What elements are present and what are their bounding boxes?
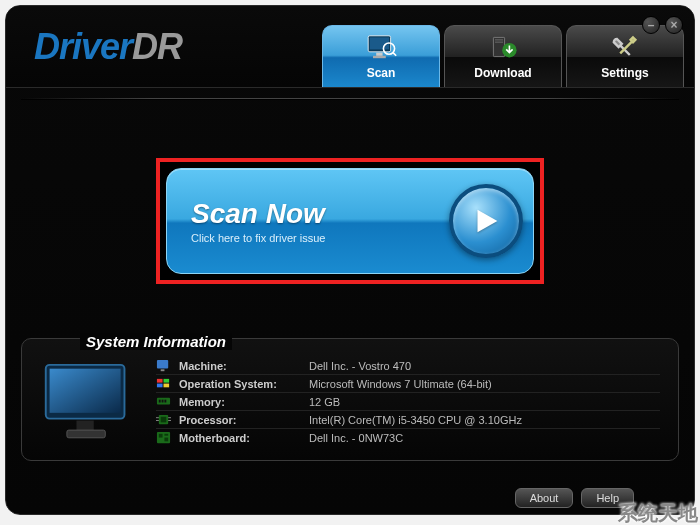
info-key: Memory: [179,396,309,408]
tab-label: Download [474,66,531,80]
minimize-button[interactable]: – [642,16,660,34]
scan-button-text: Scan Now Click here to fix driver issue [191,198,449,244]
separator [21,98,679,100]
machine-icon [156,359,171,372]
svg-rect-16 [157,379,163,383]
svg-rect-19 [164,384,170,388]
close-button[interactable]: × [665,16,683,34]
table-row: Processor: Intel(R) Core(TM) i5-3450 CPU… [156,410,660,428]
info-val: 12 GB [309,396,340,408]
svg-rect-7 [495,39,503,41]
download-tower-icon [487,33,519,64]
help-button[interactable]: Help [581,488,634,508]
settings-tools-icon [609,33,641,64]
scan-subtitle: Click here to fix driver issue [191,232,449,244]
tab-label: Settings [601,66,648,80]
info-val: Dell Inc. - Vostro 470 [309,360,411,372]
scan-now-button[interactable]: Scan Now Click here to fix driver issue [166,168,534,274]
info-val: Microsoft Windows 7 Ultimate (64-bit) [309,378,492,390]
footer-buttons: About Help [515,488,634,508]
info-val: Intel(R) Core(TM) i5-3450 CPU @ 3.10GHz [309,414,522,426]
sysinfo-table: Machine: Dell Inc. - Vostro 470 Operatio… [156,357,660,446]
tab-download[interactable]: Download [444,25,562,87]
tab-settings[interactable]: Settings [566,25,684,87]
play-arrow-icon [449,184,523,258]
logo-text-2: DR [132,26,182,67]
table-row: Memory: 12 GB [156,392,660,410]
svg-rect-18 [157,384,163,388]
svg-rect-13 [67,430,105,438]
svg-line-5 [393,53,396,56]
sysinfo-heading: System Information [80,333,232,350]
app-window: – × DriverDR Scan Download [5,5,695,515]
tab-bar: Scan Download Settings [322,25,684,87]
info-key: Motherboard: [179,432,309,444]
logo-text-1: Driver [34,26,132,67]
header: DriverDR Scan Download Settings [6,6,694,88]
svg-rect-2 [376,53,382,56]
cpu-icon [156,413,171,426]
svg-rect-33 [164,438,168,442]
computer-monitor-icon [40,361,136,443]
monitor-scan-icon [365,33,397,64]
svg-rect-23 [164,400,166,403]
svg-rect-31 [159,434,163,438]
highlight-annotation: Scan Now Click here to fix driver issue [156,158,544,284]
window-controls: – × [642,16,683,34]
app-logo: DriverDR [34,29,182,65]
svg-rect-12 [76,420,93,430]
content-area: Scan Now Click here to fix driver issue … [6,88,694,471]
about-button[interactable]: About [515,488,574,508]
scan-title: Scan Now [191,198,449,230]
svg-rect-32 [164,434,168,436]
table-row: Motherboard: Dell Inc. - 0NW73C [156,428,660,446]
info-val: Dell Inc. - 0NW73C [309,432,403,444]
svg-rect-15 [161,369,165,371]
svg-rect-11 [50,368,121,412]
motherboard-icon [156,431,171,444]
info-key: Machine: [179,360,309,372]
memory-icon [156,395,171,408]
tab-scan[interactable]: Scan [322,25,440,87]
table-row: Operation System: Microsoft Windows 7 Ul… [156,374,660,392]
svg-rect-8 [495,41,503,43]
os-icon [156,377,171,390]
svg-rect-22 [162,400,164,403]
svg-rect-25 [161,417,167,423]
info-key: Operation System: [179,378,309,390]
info-key: Processor: [179,414,309,426]
tab-label: Scan [367,66,396,80]
scan-section: Scan Now Click here to fix driver issue [21,158,679,284]
table-row: Machine: Dell Inc. - Vostro 470 [156,357,660,374]
system-info-panel: System Information Machine: Dell Inc. - … [21,338,679,461]
svg-rect-14 [157,360,168,368]
svg-rect-21 [159,400,161,403]
svg-rect-3 [373,56,386,58]
svg-rect-17 [164,379,170,383]
